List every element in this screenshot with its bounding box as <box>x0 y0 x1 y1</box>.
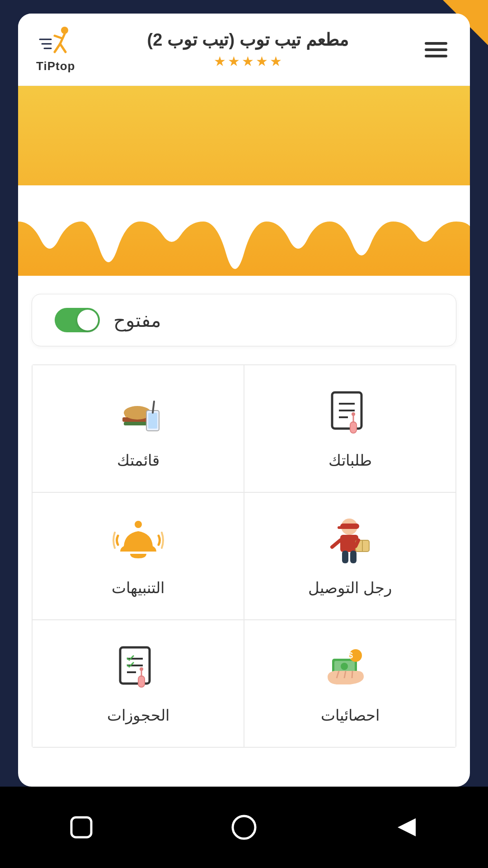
svg-rect-20 <box>148 413 157 429</box>
menu-item-notifications[interactable]: التنبيهات <box>32 492 244 620</box>
svg-rect-12 <box>350 422 357 433</box>
toggle-knob <box>77 310 98 330</box>
svg-text:$: $ <box>348 651 352 660</box>
back-icon <box>393 814 420 841</box>
svg-rect-45 <box>138 676 145 687</box>
svg-line-2 <box>55 36 62 38</box>
open-toggle-row: مفتوح <box>32 294 456 346</box>
nav-recent-button[interactable] <box>59 805 104 850</box>
nav-back-button[interactable] <box>384 805 429 850</box>
star-2: ★ <box>256 53 268 69</box>
star-5: ★ <box>214 53 226 69</box>
header: مطعم تيب توب (تيب توب 2) ★ ★ ★ ★ ★ <box>18 14 470 86</box>
svg-rect-24 <box>338 526 343 529</box>
star-1: ★ <box>270 53 282 69</box>
bell-icon <box>111 515 165 570</box>
orders-label: طلباتك <box>328 451 372 469</box>
menu-item-reservations[interactable]: الحجوزات <box>32 620 244 747</box>
drip-svg <box>18 185 470 276</box>
orders-icon <box>323 388 377 442</box>
open-toggle-switch[interactable] <box>55 308 100 332</box>
svg-rect-23 <box>340 524 359 529</box>
menu-label: قائمتك <box>117 451 160 469</box>
svg-point-14 <box>352 412 355 416</box>
analytics-label: احصائيات <box>321 706 380 724</box>
svg-marker-48 <box>398 818 416 836</box>
hamburger-line-1 <box>425 42 447 45</box>
content-area: مفتوح <box>18 276 470 766</box>
hamburger-line-2 <box>425 48 447 51</box>
restaurant-name: مطعم تيب توب (تيب توب 2) <box>75 30 420 50</box>
delivery-person-icon <box>323 515 377 570</box>
hamburger-button[interactable] <box>420 38 452 62</box>
app-background: مطعم تيب توب (تيب توب 2) ★ ★ ★ ★ ★ <box>0 0 488 868</box>
menu-item-orders[interactable]: طلباتك <box>244 365 456 492</box>
svg-point-32 <box>135 521 142 528</box>
header-center: مطعم تيب توب (تيب توب 2) ★ ★ ★ ★ ★ <box>75 30 420 69</box>
svg-point-47 <box>140 667 143 671</box>
menu-item-analytics[interactable]: $ احصائيات <box>244 620 456 747</box>
delivery-label: رجل التوصيل <box>308 579 391 597</box>
menu-item-delivery[interactable]: رجل التوصيل <box>244 492 456 620</box>
svg-line-3 <box>55 44 60 52</box>
nav-home-button[interactable] <box>221 805 267 850</box>
svg-line-4 <box>60 44 66 52</box>
reservations-label: الحجوزات <box>107 706 169 724</box>
home-icon <box>230 814 258 841</box>
logo-area: TiPtop <box>36 26 75 73</box>
bottom-nav <box>0 787 488 868</box>
svg-point-49 <box>233 816 255 839</box>
main-card: مطعم تيب توب (تيب توب 2) ★ ★ ★ ★ ★ <box>18 14 470 787</box>
svg-line-40 <box>352 671 352 678</box>
star-4: ★ <box>228 53 240 69</box>
tiptop-logo-icon <box>38 26 74 57</box>
svg-rect-31 <box>350 551 357 563</box>
svg-rect-30 <box>342 551 348 563</box>
recent-icon <box>68 814 95 841</box>
menu-grid: طلباتك قائمتك <box>32 364 456 748</box>
star-3: ★ <box>242 53 254 69</box>
svg-line-28 <box>332 540 340 547</box>
notifications-label: التنبيهات <box>112 579 164 597</box>
svg-point-35 <box>341 663 348 670</box>
analytics-icon: $ <box>323 643 377 697</box>
menu-item-menu[interactable]: قائمتك <box>32 365 244 492</box>
svg-rect-50 <box>71 817 91 837</box>
drip-banner <box>18 86 470 276</box>
star-rating: ★ ★ ★ ★ ★ <box>75 53 420 69</box>
logo-text: TiPtop <box>36 59 75 73</box>
svg-line-29 <box>356 540 358 546</box>
hamburger-line-3 <box>425 55 447 57</box>
reservations-icon <box>111 643 165 697</box>
open-label: مفتوح <box>113 309 161 331</box>
food-menu-icon <box>111 388 165 442</box>
